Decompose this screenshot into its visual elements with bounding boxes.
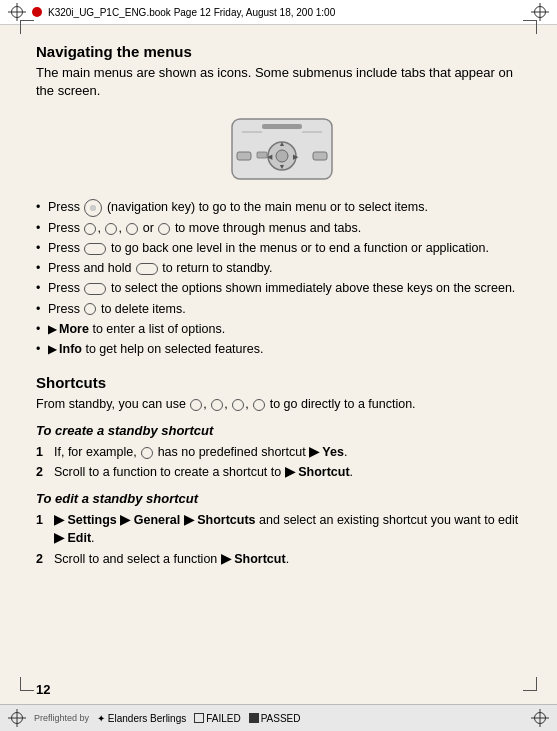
hold-key-icon (136, 263, 158, 275)
corner-bracket-tr (523, 20, 537, 34)
svg-rect-10 (257, 152, 267, 158)
page-title: Navigating the menus (36, 43, 527, 60)
dir-sc-4 (253, 399, 265, 411)
failed-label: FAILED (206, 713, 240, 724)
shortcuts-title: Shortcuts (36, 374, 527, 391)
feature-list: Press (navigation key) to go to the main… (36, 198, 527, 358)
top-bar: K320i_UG_P1C_ENG.book Page 12 Friday, Au… (0, 0, 557, 25)
svg-text:▼: ▼ (278, 163, 285, 171)
edit-shortcut-title: To edit a standby shortcut (36, 491, 527, 506)
reg-mark-left (8, 3, 26, 21)
page-content: Navigating the menus The main menus are … (0, 25, 557, 598)
top-bar-title: K320i_UG_P1C_ENG.book Page 12 Friday, Au… (48, 7, 335, 18)
nav-key-icon (84, 199, 102, 217)
passed-label: PASSED (261, 713, 301, 724)
options-key-icon (84, 283, 106, 295)
bullet-press-label: Press (48, 200, 83, 214)
create-shortcut-title: To create a standby shortcut (36, 423, 527, 438)
passed-checkbox-box (249, 713, 259, 723)
dir-sc-2 (211, 399, 223, 411)
svg-rect-8 (237, 152, 251, 160)
edit-step-2: 2 Scroll to and select a function ▶ Shor… (36, 550, 527, 568)
reg-mark-bottom-right (531, 709, 549, 727)
bullet-move: Press , , or to move through menus and t… (36, 219, 527, 237)
preflight-label: Preflighted by (34, 713, 89, 723)
dir-icon-2 (105, 223, 117, 235)
svg-point-3 (276, 150, 288, 162)
edit-shortcut-steps: 1 ▶ Settings ▶ General ▶ Shortcuts and s… (36, 511, 527, 567)
bottom-bar: Preflighted by ✦ Elanders Berlings FAILE… (0, 704, 557, 731)
failed-checkbox: FAILED (194, 713, 240, 724)
shortcuts-desc: From standby, you can use , , , to go di… (36, 395, 527, 413)
bullet-delete: Press to delete items. (36, 300, 527, 318)
page-number: 12 (36, 682, 50, 697)
bullet-more: ▶ More to enter a list of options. (36, 320, 527, 338)
dir-sc-3 (232, 399, 244, 411)
edit-step-1: 1 ▶ Settings ▶ General ▶ Shortcuts and s… (36, 511, 527, 547)
top-bar-left: K320i_UG_P1C_ENG.book Page 12 Friday, Au… (8, 3, 335, 21)
reg-mark-right (531, 3, 549, 21)
phone-graphic: ▲ ▼ ◀ ▶ (212, 114, 352, 184)
back-key-icon (84, 243, 106, 255)
reg-mark-bottom-left (8, 709, 26, 727)
dir-icon-3 (126, 223, 138, 235)
svg-rect-9 (313, 152, 327, 160)
create-step-1: 1 If, for example, has no predefined sho… (36, 443, 527, 461)
passed-checkbox: PASSED (249, 713, 301, 724)
bullet-back: Press to go back one level in the menus … (36, 239, 527, 257)
dir-icon-1 (84, 223, 96, 235)
create-step-2: 2 Scroll to a function to create a short… (36, 463, 527, 481)
bullet-press-hold: Press and hold to return to standby. (36, 259, 527, 277)
company-name: ✦ Elanders Berlings (97, 713, 186, 724)
bullet-options: Press to select the options shown immedi… (36, 279, 527, 297)
phone-image-area: ▲ ▼ ◀ ▶ (36, 114, 527, 184)
bullet-info: ▶ Info to get help on selected features. (36, 340, 527, 358)
corner-bracket-tl (20, 20, 34, 34)
corner-bracket-br (523, 677, 537, 691)
page-subtitle: The main menus are shown as icons. Some … (36, 64, 527, 100)
bullet-nav-key: Press (navigation key) to go to the main… (36, 198, 527, 217)
red-dot (32, 7, 42, 17)
create-shortcut-steps: 1 If, for example, has no predefined sho… (36, 443, 527, 481)
svg-rect-1 (262, 124, 302, 129)
corner-bracket-bl (20, 677, 34, 691)
svg-text:▲: ▲ (278, 140, 285, 148)
shortcuts-section: Shortcuts From standby, you can use , , … (36, 374, 527, 568)
dir-icon-4 (158, 223, 170, 235)
example-key-icon (141, 447, 153, 459)
dir-sc-1 (190, 399, 202, 411)
delete-key-icon (84, 303, 96, 315)
failed-checkbox-box (194, 713, 204, 723)
